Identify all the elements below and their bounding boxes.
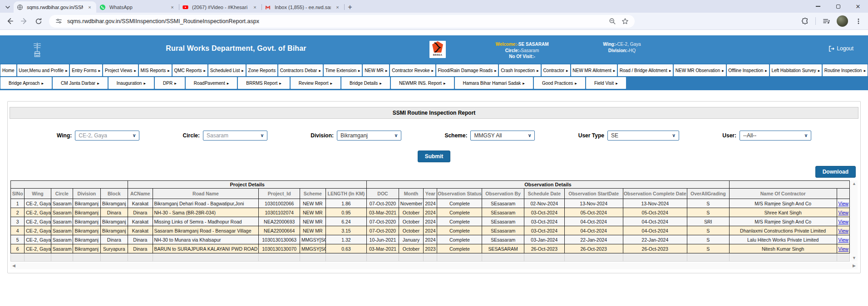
tab-close-icon[interactable]: × — [252, 4, 258, 10]
nav-item-crash-inspection[interactable]: Crash Inspection▶ — [499, 64, 540, 76]
table-cell: 2024 — [424, 208, 437, 217]
user-label: User: — [722, 132, 736, 139]
reload-icon[interactable] — [35, 17, 43, 25]
media-queue-icon[interactable] — [822, 17, 830, 25]
tab-close-icon[interactable]: × — [86, 4, 93, 10]
user-selected-value: --All-- — [743, 132, 756, 139]
table-cell: NEW MR — [300, 226, 326, 235]
user-select[interactable]: --All--∨ — [740, 131, 811, 141]
table-cell: 03-Oct-2024 — [524, 217, 564, 226]
extensions-icon[interactable] — [801, 17, 809, 25]
nav-item-offline-inspection[interactable]: Offline Inspection▶ — [727, 64, 769, 76]
nav-item-review-report[interactable]: Review Report▶ — [291, 77, 340, 89]
table-cell: 10301102074 — [259, 208, 300, 217]
submenu-arrow-icon: ▶ — [380, 82, 382, 85]
browser-tab[interactable]: Inbox (1,855) - ee.rwd.sasaram1× — [261, 1, 344, 13]
nav-item-home[interactable]: Home — [0, 64, 16, 76]
tab-close-icon[interactable]: × — [169, 4, 176, 10]
nav-item-user-menu-and-profile[interactable]: User,Menu and Profile▶ — [17, 64, 69, 76]
view-link[interactable]: View — [838, 237, 849, 243]
browser-tab[interactable]: (2067) #Video - #Khesari Lal Ya× — [179, 1, 261, 13]
scheme-select[interactable]: MMGSY All∨ — [470, 131, 535, 141]
nav-item-hamara-bihar-hamari-sadak[interactable]: Hamara Bihar Hamari Sadak▶ — [455, 77, 533, 89]
nav-item-newmr-ins-report[interactable]: NEWMR INS. Report▶ — [391, 77, 454, 89]
view-link[interactable]: View — [838, 210, 849, 215]
nav-item-new-mr-allotment[interactable]: NEW MR Allotment▶ — [571, 64, 617, 76]
circle-select[interactable]: Sasaram∨ — [203, 131, 267, 141]
nav-item-label: Entry Forms — [72, 68, 96, 73]
view-link[interactable]: View — [838, 246, 849, 252]
zoom-icon[interactable] — [608, 17, 616, 25]
nav-item-entry-forms[interactable]: Entry Forms▶ — [70, 64, 102, 76]
table-cell: S — [687, 199, 729, 208]
table-cell: 10-Jun-2021 — [367, 235, 399, 244]
scroll-up-icon[interactable]: ▲ — [852, 182, 856, 186]
nav-item-cm-janta-darbar[interactable]: CM Janta Darbar▶ — [53, 77, 108, 89]
chevron-down-icon: ∨ — [672, 133, 676, 138]
table-cell: 03-Mar-2021 — [367, 208, 399, 217]
profile-avatar[interactable] — [837, 15, 848, 27]
browser-tab[interactable]: WhatsApp× — [96, 1, 179, 13]
tab-search-chevron-icon[interactable] — [2, 2, 14, 13]
table-cell: 2024 — [424, 226, 437, 235]
forward-icon[interactable] — [20, 17, 28, 25]
new-tab-button[interactable]: + — [344, 1, 356, 13]
site-settings-icon[interactable] — [54, 17, 63, 25]
nav-item-road-bridge-allotment[interactable]: Road / Bridge Allotment▶ — [618, 64, 673, 76]
user-type-select[interactable]: SE∨ — [607, 131, 679, 141]
nav-item-contractor-revoke[interactable]: Contractor Revoke▶ — [390, 64, 435, 76]
close-icon[interactable]: ✕ — [848, 0, 868, 13]
nav-item-mis-reports[interactable]: MIS Reports▶ — [139, 64, 172, 76]
browser-tab[interactable]: sqms.rwdbihar.gov.in/SSMIInsp× — [14, 1, 96, 13]
nav-item-project-views[interactable]: Project Views▶ — [103, 64, 138, 76]
nav-item-new-mr[interactable]: NEW MR▶ — [363, 64, 389, 76]
table-cell: Karakat — [128, 217, 153, 226]
nav-item-bridge-aproach[interactable]: Bridge Aproach▶ — [0, 77, 52, 89]
nav-item-left-habitation-survey[interactable]: Left Habitation Survey▶ — [770, 64, 822, 76]
back-icon[interactable] — [5, 17, 14, 25]
scroll-right-icon[interactable]: ▶ — [853, 264, 856, 268]
scroll-down-icon[interactable]: ▼ — [852, 256, 856, 260]
wing-select[interactable]: CE-2, Gaya∨ — [75, 131, 139, 141]
nav-item-good-practices[interactable]: Good Practices▶ — [534, 77, 585, 89]
logout-button[interactable]: Logout — [829, 45, 853, 52]
minimize-icon[interactable] — [808, 0, 828, 13]
division-select[interactable]: Bikramganj∨ — [337, 131, 401, 141]
download-button[interactable]: Download — [815, 166, 856, 178]
nav-item-brrms-report[interactable]: BRRMS Report▶ — [238, 77, 290, 89]
nav-item-field-visit[interactable]: Field Visit▶ — [586, 77, 626, 89]
nav-item-qmc-reports[interactable]: QMC Reports▶ — [173, 64, 207, 76]
nav-item-time-extension[interactable]: Time Extension▶ — [324, 64, 362, 76]
vertical-scrollbar[interactable]: ▲ ▼ — [851, 180, 858, 262]
table-cell: CE-2, Gaya — [25, 244, 51, 253]
nav-item-roadpavement[interactable]: RoadPavement▶ — [186, 77, 237, 89]
horizontal-scrollbar[interactable]: ◀ ▶ — [10, 262, 858, 269]
scroll-left-icon[interactable]: ◀ — [12, 264, 15, 268]
submit-button[interactable]: Submit — [418, 151, 451, 162]
table-cell: NEW MR — [300, 208, 326, 217]
restore-icon[interactable] — [828, 0, 848, 13]
view-link[interactable]: View — [838, 219, 849, 224]
submenu-arrow-icon: ▶ — [41, 82, 44, 85]
menu-dots-icon[interactable] — [854, 17, 863, 25]
nav-item-scheduled-list[interactable]: Scheduled List▶ — [208, 64, 246, 76]
table-cell: Sasaram — [51, 217, 73, 226]
tab-close-icon[interactable]: × — [334, 4, 341, 10]
view-cell: View — [837, 199, 849, 208]
nav-item-routine-inspection[interactable]: Routine Inspection▶ — [823, 64, 868, 76]
nav-item-contractors-debar[interactable]: Contractors Debar▶ — [278, 64, 323, 76]
nav-item-bridge-details[interactable]: Bridge Details▶ — [341, 77, 390, 89]
nav-item-dpr[interactable]: DPR▶ — [155, 77, 185, 89]
nav-item-zone-reports[interactable]: Zone Reports — [247, 64, 277, 76]
table-cell: CE-2, Gaya — [25, 226, 51, 235]
nav-item-contractor[interactable]: Contractor▶ — [542, 64, 570, 76]
bookmark-star-icon[interactable] — [621, 17, 629, 25]
table-row: 6CE-2, GayaSasaramBikramganjSuryapuraDin… — [11, 244, 850, 253]
view-link[interactable]: View — [838, 228, 849, 233]
table-cell: 13-Nov-2024 — [623, 199, 687, 208]
nav-item-inauguration[interactable]: Inauguration▶ — [108, 77, 154, 89]
view-link[interactable]: View — [838, 201, 849, 206]
nav-item-flood-rain-damage-roads[interactable]: Flood/Rain Damage Roads▶ — [436, 64, 498, 76]
nav-item-new-mr-observation[interactable]: NEW MR Observation▶ — [674, 64, 725, 76]
address-bar[interactable]: sqms.rwdbihar.gov.in/SSMIInspenction/SSM… — [49, 15, 635, 28]
